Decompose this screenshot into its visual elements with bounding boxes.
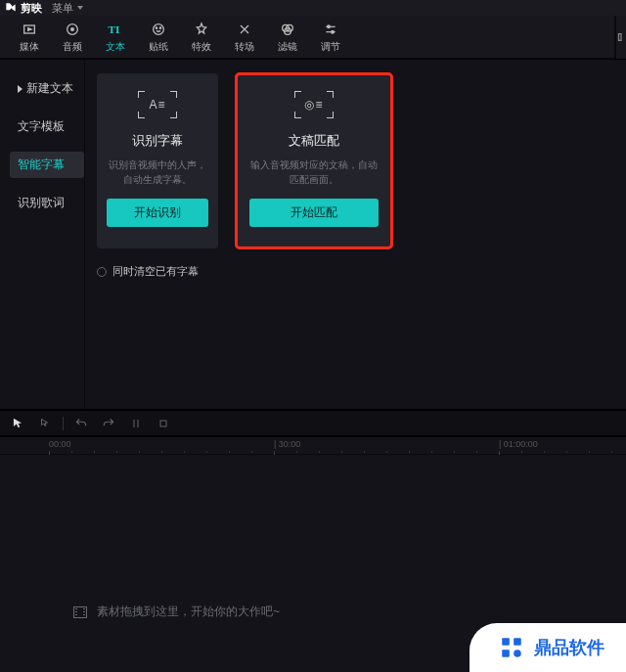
undo-button[interactable]	[71, 414, 91, 433]
work-area: 新建文本 文字模板 智能字幕 识别歌词 A≡ 识别字幕 识别音视频中的人声，自动…	[0, 59, 626, 409]
sidebar-item-text-template[interactable]: 文字模板	[10, 113, 84, 140]
card-desc: 输入音视频对应的文稿，自动匹配画面。	[249, 157, 379, 185]
svg-point-4	[154, 23, 164, 34]
adjust-icon	[322, 21, 339, 38]
clear-existing-label: 同时清空已有字幕	[112, 264, 199, 279]
nav-sticker[interactable]: 贴纸	[137, 16, 180, 59]
drop-hint: 素材拖拽到这里，开始你的大作吧~	[73, 604, 280, 620]
svg-point-2	[71, 27, 74, 30]
audio-icon	[64, 21, 81, 38]
top-nav: 媒体 音频 TI 文本 贴纸 特效 转场 滤镜 调节	[0, 16, 626, 59]
chevron-down-icon	[77, 6, 83, 10]
watermark-icon	[499, 635, 524, 660]
filter-icon	[279, 21, 296, 38]
titlebar: 剪映 菜单	[0, 0, 626, 16]
card-recognize-subtitle: A≡ 识别字幕 识别音视频中的人声，自动生成字幕。 开始识别	[97, 73, 218, 248]
svg-rect-13	[502, 638, 510, 646]
time-ruler[interactable]: 00:00 | 30:00 | 01:00:00	[0, 437, 626, 455]
effect-icon	[193, 21, 210, 38]
card-desc: 识别音视频中的人声，自动生成字幕。	[107, 157, 208, 185]
timeline-toolbar	[0, 409, 626, 436]
main-panel: A≡ 识别字幕 识别音视频中的人声，自动生成字幕。 开始识别 ◎≡ 文稿匹配 输…	[84, 60, 626, 409]
panel-toggle[interactable]	[614, 16, 626, 59]
svg-point-10	[328, 25, 331, 28]
transition-icon	[236, 21, 253, 38]
svg-point-6	[159, 27, 160, 28]
media-icon	[21, 21, 38, 38]
svg-rect-12	[160, 421, 166, 426]
text-icon: TI	[107, 21, 124, 38]
card-title: 识别字幕	[132, 132, 183, 150]
pointer-tool[interactable]	[8, 414, 27, 433]
app-name: 剪映	[21, 1, 42, 16]
radio-icon	[97, 267, 107, 277]
svg-text:TI: TI	[109, 22, 120, 34]
sidebar-item-recognize-lyric[interactable]: 识别歌词	[10, 190, 84, 216]
nav-trans[interactable]: 转场	[223, 16, 266, 59]
sidebar-item-new-text[interactable]: 新建文本	[10, 75, 84, 102]
nav-text[interactable]: TI 文本	[94, 16, 137, 59]
svg-point-16	[514, 650, 521, 657]
recognize-icon: A≡	[138, 91, 177, 118]
nav-adjust[interactable]: 调节	[309, 16, 352, 59]
svg-rect-15	[502, 650, 510, 657]
match-icon: ◎≡	[294, 91, 334, 118]
sticker-icon	[150, 21, 167, 38]
nav-media[interactable]: 媒体	[8, 16, 51, 59]
logo-icon	[4, 1, 18, 15]
card-title: 文稿匹配	[289, 132, 339, 150]
ruler-tick: | 30:00	[274, 439, 300, 449]
redo-button[interactable]	[99, 414, 118, 433]
pointer-alt-tool[interactable]	[35, 414, 55, 433]
nav-effect[interactable]: 特效	[180, 16, 223, 59]
half-icon	[616, 32, 626, 42]
ruler-tick: | 01:00:00	[499, 439, 538, 449]
svg-point-11	[332, 30, 335, 33]
nav-audio[interactable]: 音频	[51, 16, 94, 59]
film-icon	[73, 606, 87, 618]
start-recognize-button[interactable]: 开始识别	[107, 199, 208, 227]
menu-dropdown[interactable]: 菜单	[52, 1, 83, 16]
svg-point-5	[156, 27, 156, 28]
sidebar-item-smart-subtitle[interactable]: 智能字幕	[10, 152, 84, 178]
start-match-button[interactable]: 开始匹配	[249, 199, 379, 227]
crop-button[interactable]	[154, 414, 173, 433]
ruler-tick: 00:00	[49, 439, 71, 449]
triangle-right-icon	[18, 85, 22, 93]
split-button[interactable]	[126, 414, 146, 433]
sidebar: 新建文本 文字模板 智能字幕 识别歌词	[0, 60, 84, 409]
svg-rect-14	[514, 638, 521, 646]
clear-existing-row[interactable]: 同时清空已有字幕	[97, 264, 614, 279]
nav-filter[interactable]: 滤镜	[266, 16, 309, 59]
app-logo: 剪映	[4, 1, 42, 16]
watermark: 鼎品软件	[470, 623, 626, 672]
card-script-match: ◎≡ 文稿匹配 输入音视频对应的文稿，自动匹配画面。 开始匹配	[236, 73, 392, 248]
